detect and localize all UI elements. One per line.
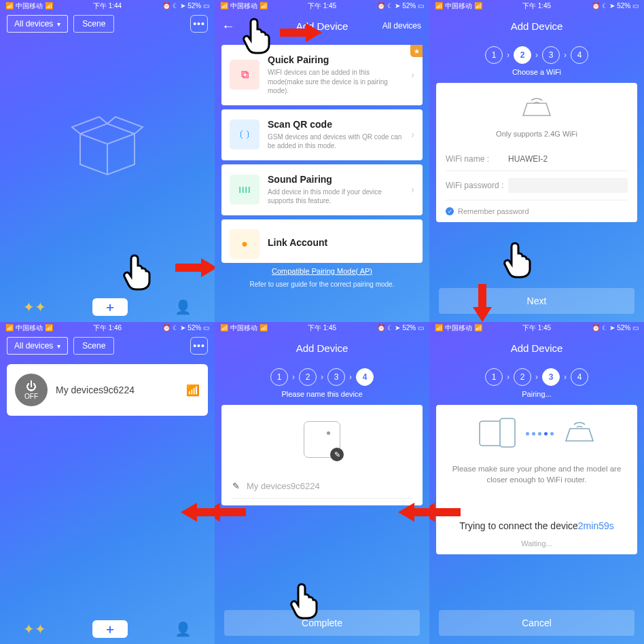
link-account-card[interactable]: ● Link Account: [221, 219, 423, 263]
status-bar: 📶 中国移动 📶 下午 1:45 ⏰ ☾ ➤ 52% ▭: [429, 0, 644, 11]
more-button[interactable]: •••: [190, 15, 208, 33]
chevron-down-icon: ▾: [57, 20, 60, 28]
status-bar: 📶 中国移动 📶 下午 1:45 ⏰ ☾ ➤ 52% ▭: [215, 322, 429, 333]
star-badge-icon: ★: [410, 45, 423, 57]
countdown-timer: 2min59s: [578, 520, 614, 531]
status-bar: 📶 中国移动 📶 下午 1:45 ⏰ ☾ ➤ 52% ▭: [215, 0, 429, 11]
screen-choose-wifi: 📶 中国移动 📶 下午 1:45 ⏰ ☾ ➤ 52% ▭ Add Device …: [429, 0, 644, 322]
complete-button[interactable]: Complete: [224, 610, 420, 636]
wifi-name-value[interactable]: HUAWEI-2: [508, 154, 548, 164]
red-arrow-left-icon: [215, 503, 246, 522]
add-tab-button[interactable]: ＋: [92, 620, 128, 638]
add-tab-button[interactable]: ＋: [92, 298, 128, 316]
all-devices-dropdown[interactable]: All devices▾: [7, 337, 68, 355]
remember-checkbox[interactable]: ✓Remember password: [446, 207, 628, 215]
step-indicator: 1› 2› 3› 4: [429, 46, 644, 64]
step-indicator: 1› 2› 3› 4: [429, 368, 644, 386]
edit-icon[interactable]: ✎: [330, 448, 344, 461]
sound-pairing-card[interactable]: ıııı Sound PairingAdd device in this mod…: [221, 164, 423, 215]
page-title: Add Device: [511, 20, 563, 32]
compatible-mode-link[interactable]: Compatible Pairing Mode( AP): [215, 267, 429, 275]
screen-home-device: 📶 中国移动 📶 下午 1:46 ⏰ ☾ ➤ 52% ▭ All devices…: [0, 322, 215, 644]
screen-name-device: 📶 中国移动 📶 下午 1:45 ⏰ ☾ ➤ 52% ▭ Add Device …: [215, 322, 429, 644]
page-title: Add Device: [511, 342, 563, 354]
status-bar: 📶 中国移动 📶 下午 1:44 ⏰ ☾ ➤ 52% ▭: [0, 0, 215, 11]
empty-box-illustration: [67, 103, 148, 181]
step-label: Please name this device: [215, 390, 429, 398]
svg-rect-1: [500, 418, 515, 447]
step-label: Choose a WiFi: [429, 68, 644, 76]
devices-tab-icon[interactable]: ✦✦: [23, 299, 46, 315]
pointer-hand-icon: [122, 251, 155, 291]
phone-device-icon: [477, 417, 518, 448]
devices-tab-icon[interactable]: ✦✦: [23, 621, 46, 637]
screen-home-empty: 📶 中国移动 📶 下午 1:44 ⏰ ☾ ➤ 52% ▭ All devices…: [0, 0, 215, 322]
pointer-hand-icon: [503, 239, 535, 279]
status-bar: 📶 中国移动 📶 下午 1:46 ⏰ ☾ ➤ 52% ▭: [0, 322, 215, 333]
router-icon: [518, 94, 556, 121]
device-name: My devices9c6224: [56, 384, 178, 395]
scene-button[interactable]: Scene: [73, 337, 114, 355]
device-icon: ✎: [304, 421, 340, 458]
red-arrow-left-icon: [181, 503, 215, 522]
step-label: Pairing...: [429, 390, 644, 398]
pairing-card: Please make sure your phone and the mode…: [436, 405, 637, 554]
step-indicator: 1› 2› 3› 4: [215, 368, 429, 386]
wifi-password-input[interactable]: [508, 178, 628, 193]
back-button[interactable]: ←: [221, 18, 235, 34]
red-arrow-left-icon: [398, 503, 429, 522]
device-name-input[interactable]: My devices9c6224: [247, 481, 320, 491]
red-arrow-right-icon: [280, 23, 322, 42]
name-device-card: ✎ ✎My devices9c6224: [221, 405, 423, 505]
red-arrow-down-icon: [473, 284, 492, 322]
hint-text: Refer to user guide for the correct pair…: [215, 281, 429, 288]
next-button[interactable]: Next: [439, 288, 634, 314]
more-button[interactable]: •••: [190, 337, 208, 355]
wifi-icon: 📶: [186, 384, 200, 397]
tab-bar: ✦✦ ＋ 👤: [0, 292, 215, 322]
all-devices-link[interactable]: All devices: [382, 21, 421, 31]
pointer-hand-icon: [289, 580, 322, 620]
red-arrow-right-icon: [175, 258, 215, 277]
screen-add-device-list: 📶 中国移动 📶 下午 1:45 ⏰ ☾ ➤ 52% ▭ ← Add Devic…: [215, 0, 429, 322]
power-off-icon[interactable]: ⏻OFF: [15, 374, 48, 406]
device-card[interactable]: ⏻OFF My devices9c6224 📶: [7, 364, 208, 416]
pointer-hand-icon: [242, 15, 274, 54]
scan-qr-card[interactable]: ⟮ ⟯ Scan QR codeGSM devices and devices …: [221, 109, 423, 160]
cancel-button[interactable]: Cancel: [439, 610, 634, 636]
page-title: Add Device: [296, 342, 348, 354]
profile-tab-icon[interactable]: 👤: [175, 621, 192, 637]
router-icon: [562, 419, 597, 446]
profile-tab-icon[interactable]: 👤: [175, 299, 192, 315]
status-bar: 📶 中国移动 📶 下午 1:45 ⏰ ☾ ➤ 52% ▭: [429, 322, 644, 333]
wifi-form: Only supports 2.4G WiFi WiFi name :HUAWE…: [436, 83, 637, 222]
connecting-dots-icon: [524, 428, 555, 437]
screen-pairing: 📶 中国移动 📶 下午 1:45 ⏰ ☾ ➤ 52% ▭ Add Device …: [429, 322, 644, 644]
scene-button[interactable]: Scene: [73, 15, 114, 33]
chevron-right-icon: ›: [411, 69, 414, 80]
tab-bar: ✦✦ ＋ 👤: [0, 614, 215, 644]
all-devices-dropdown[interactable]: All devices▾: [7, 15, 68, 33]
red-arrow-left-icon: [429, 503, 461, 522]
